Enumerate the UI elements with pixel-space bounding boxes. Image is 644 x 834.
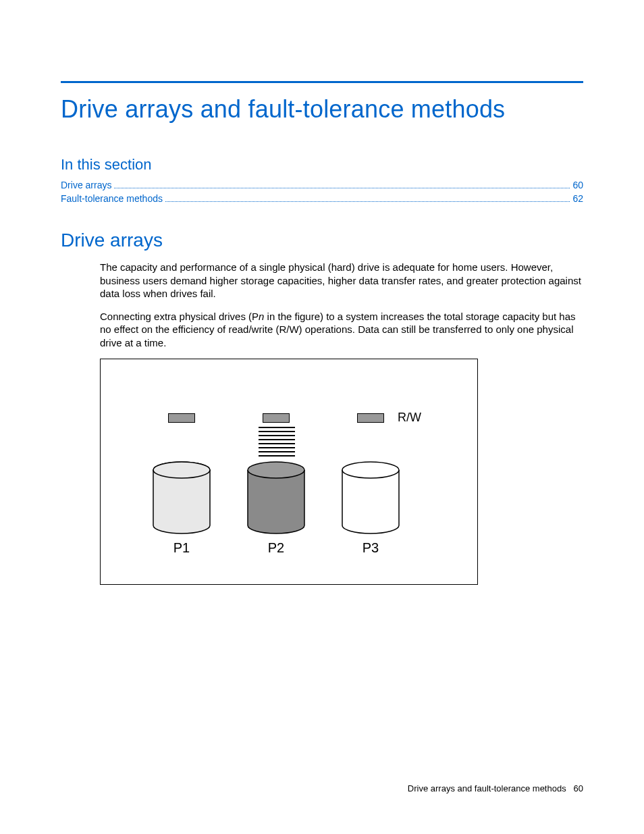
toc-leader xyxy=(165,201,570,202)
drive-figure: R/W P1 P2 P3 xyxy=(100,359,478,585)
paragraph-2: Connecting extra physical drives (Pn in … xyxy=(100,310,583,350)
toc-label: Drive arrays xyxy=(61,179,111,192)
footer-section-label: Drive arrays and fault-tolerance methods xyxy=(408,783,566,793)
paragraph-1: The capacity and performance of a single… xyxy=(100,261,583,301)
data-transfer-lines-icon xyxy=(259,427,295,459)
top-rule xyxy=(61,81,583,83)
rw-head-icon xyxy=(168,413,195,423)
table-of-contents: Drive arrays 60 Fault-tolerance methods … xyxy=(61,179,583,205)
drive-arrays-heading: Drive arrays xyxy=(61,230,583,251)
toc-page: 60 xyxy=(572,179,583,192)
toc-label: Fault-tolerance methods xyxy=(61,192,163,206)
toc-leader xyxy=(114,188,570,188)
drive-label-p1: P1 xyxy=(152,540,211,556)
page-footer: Drive arrays and fault-tolerance methods… xyxy=(408,783,583,793)
drive-cylinder-icon xyxy=(152,461,211,535)
page-title: Drive arrays and fault-tolerance methods xyxy=(61,95,583,124)
rw-head-icon xyxy=(357,413,384,423)
drive-label-p2: P2 xyxy=(246,540,306,556)
drive-cylinder-icon xyxy=(341,461,400,535)
svg-point-1 xyxy=(153,462,210,478)
toc-page: 62 xyxy=(572,192,583,206)
svg-point-3 xyxy=(342,462,399,478)
toc-row[interactable]: Fault-tolerance methods 62 xyxy=(61,192,583,206)
rw-label: R/W xyxy=(398,411,421,425)
drive-cylinder-active-icon xyxy=(246,461,306,535)
svg-point-2 xyxy=(248,462,304,478)
toc-row[interactable]: Drive arrays 60 xyxy=(61,179,583,192)
in-this-section-heading: In this section xyxy=(61,156,583,174)
rw-head-icon xyxy=(263,413,290,423)
text-run: Connecting extra physical drives (P xyxy=(100,311,259,322)
drive-label-p3: P3 xyxy=(341,540,400,556)
footer-page-number: 60 xyxy=(574,783,583,793)
